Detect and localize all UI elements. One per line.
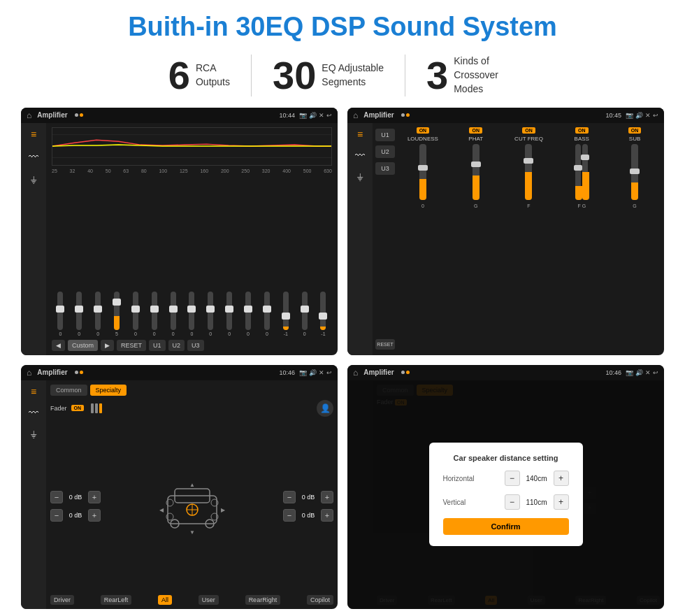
eq-next-btn[interactable]: ▶: [101, 340, 114, 351]
horizontal-plus-btn[interactable]: +: [554, 471, 569, 486]
vertical-plus-btn[interactable]: +: [554, 494, 569, 510]
page-title: Buith-in 30EQ DSP Sound System: [128, 13, 557, 42]
db-plus-rl[interactable]: +: [88, 509, 101, 522]
co-channel-sub: ON SUB G: [610, 127, 660, 351]
co-channel-cutfreq: ON CUT FREQ F: [504, 127, 554, 351]
svg-text:◀: ◀: [159, 507, 164, 513]
vertical-control: − 110cm +: [505, 494, 569, 510]
svg-text:▶: ▶: [221, 507, 226, 513]
co-u1-btn[interactable]: U1: [375, 129, 395, 141]
time-4: 10:46: [605, 369, 621, 376]
svg-text:▼: ▼: [189, 529, 195, 534]
co-bass-slider-f[interactable]: [575, 144, 581, 200]
eq-slider-1: 0: [71, 292, 88, 336]
co-sub-slider[interactable]: [631, 144, 638, 200]
x-icon-4: ✕: [645, 369, 651, 376]
co-cutfreq-slider[interactable]: [525, 144, 532, 200]
camera-icon-4: 📷: [626, 369, 633, 376]
db-plus-fl[interactable]: +: [88, 491, 101, 503]
eq-slider-6: 0: [164, 292, 182, 336]
back-icon-1: ↩: [326, 112, 332, 119]
fader-left-controls: − 0 dB + − 0 dB +: [50, 421, 101, 592]
horizontal-value: 140cm: [523, 475, 551, 482]
fader-tab-common[interactable]: Common: [50, 385, 87, 396]
horizontal-minus-btn[interactable]: −: [505, 471, 520, 486]
eq-sliders: 0 0 0 5 0 0 0 0 0 0 0 0 -1 0 -1: [52, 176, 332, 336]
vertical-row: Vertical − 110cm +: [443, 494, 569, 510]
home-icon-4: ⌂: [353, 368, 358, 378]
co-sidebar-icon-3: ⏚: [357, 171, 363, 182]
fader-right-controls: − 0 dB + − 0 dB +: [283, 421, 333, 592]
co-bass-on: ON: [575, 127, 589, 134]
co-channels: ON LOUDNESS 0 ON PHAT G: [398, 123, 664, 355]
db-control-fl: − 0 dB +: [50, 491, 101, 503]
car-diagram: ▲ ▼ ◀ ▶: [105, 421, 279, 592]
time-1: 10:44: [279, 112, 295, 119]
co-phat-on: ON: [469, 127, 482, 134]
camera-icon-3: 📷: [299, 369, 307, 376]
co-sidebar: ≡ 〰 ⏚: [347, 123, 373, 355]
x-icon-2: ✕: [645, 112, 651, 119]
vertical-minus-btn[interactable]: −: [505, 494, 520, 510]
db-minus-rr[interactable]: −: [283, 509, 296, 522]
eq-slider-7: 0: [183, 292, 201, 336]
eq-freq-labels: 25 32 40 50 63 80 100 125 160 200 250 32…: [52, 169, 332, 173]
stat-eq: 30 EQ Adjustable Segments: [252, 56, 405, 95]
fader-tab-specialty[interactable]: Specialty: [90, 385, 127, 396]
eq-u3-btn[interactable]: U3: [187, 340, 204, 351]
db-minus-fr[interactable]: −: [283, 491, 296, 503]
eq-slider-11: 0: [258, 292, 275, 336]
co-channel-loudness: ON LOUDNESS 0: [398, 127, 448, 351]
co-u2-btn[interactable]: U2: [375, 145, 395, 158]
dialog-title: Car speaker distance setting: [443, 454, 569, 462]
confirm-button[interactable]: Confirm: [443, 518, 569, 535]
vol-icon-1: 🔊: [309, 112, 317, 119]
screen-crossover: ⌂ Amplifier 10:45 📷 🔊 ✕ ↩ ≡ 〰 ⏚: [347, 108, 664, 355]
eq-u2-btn[interactable]: U2: [168, 340, 185, 351]
status-bar-3: ⌂ Amplifier 10:46 📷 🔊 ✕ ↩: [21, 365, 338, 380]
db-minus-fl[interactable]: −: [50, 491, 63, 503]
eq-prev-btn[interactable]: ◀: [52, 340, 65, 351]
fader-bottom: Driver RearLeft All User RearRight Copil…: [50, 595, 333, 605]
screen-distance: ⌂ Amplifier 10:46 📷 🔊 ✕ ↩: [347, 365, 664, 609]
fader-content: ≡ 〰 ⏚ Common Specialty Fader ON: [21, 380, 338, 609]
eq-sidebar-icon-2: 〰: [29, 151, 38, 162]
fader-label: Fader: [50, 405, 67, 412]
co-sidebar-icon-2: 〰: [355, 150, 365, 161]
fader-main: Common Specialty Fader ON 👤: [46, 380, 338, 609]
app-name-4: Amplifier: [363, 368, 394, 376]
eq-sidebar: ≡ 〰 ⏚: [21, 123, 46, 355]
fader-all-label[interactable]: All: [158, 595, 172, 605]
fader-sidebar: ≡ 〰 ⏚: [21, 380, 46, 609]
co-loudness-slider[interactable]: [419, 144, 426, 200]
svg-text:▲: ▲: [189, 482, 195, 488]
eq-slider-8: 0: [202, 292, 219, 336]
co-sub-on: ON: [628, 127, 642, 134]
db-control-fr: − 0 dB +: [283, 491, 333, 503]
fader-driver-label: Driver: [50, 595, 74, 605]
eq-u1-btn[interactable]: U1: [149, 340, 166, 351]
co-loudness-on: ON: [417, 127, 430, 134]
stat-crossover-desc: Kinds of Crossover Modes: [454, 55, 517, 96]
co-reset-btn[interactable]: RESET: [375, 339, 395, 350]
eq-custom-btn[interactable]: Custom: [68, 340, 98, 351]
screenshots-grid: ⌂ Amplifier 10:44 📷 🔊 ✕ ↩ ≡ 〰 ⏚: [21, 108, 664, 609]
co-bass-slider-g[interactable]: [582, 144, 588, 200]
fader-sidebar-icon-2: 〰: [29, 407, 38, 418]
eq-main: 25 32 40 50 63 80 100 125 160 200 250 32…: [46, 123, 338, 355]
db-minus-rl[interactable]: −: [50, 509, 63, 522]
eq-slider-9: 0: [221, 292, 238, 336]
home-icon-2: ⌂: [353, 110, 358, 120]
db-plus-fr[interactable]: +: [321, 491, 333, 503]
co-u3-btn[interactable]: U3: [375, 162, 395, 175]
db-val-fl: 0 dB: [65, 494, 86, 501]
stat-crossover: 3 Kinds of Crossover Modes: [405, 55, 538, 96]
db-plus-rr[interactable]: +: [321, 509, 333, 522]
co-phat-slider[interactable]: [473, 144, 480, 200]
co-channel-bass: ON BASS F G: [556, 127, 607, 351]
status-bar-1: ⌂ Amplifier 10:44 📷 🔊 ✕ ↩: [21, 108, 338, 123]
fader-copilot-label: Copilot: [307, 595, 333, 605]
distance-content: Common Specialty Fader ON −0 dB+ −0 dB+: [347, 380, 664, 609]
co-channel-phat: ON PHAT G: [451, 127, 501, 351]
eq-reset-btn[interactable]: RESET: [117, 340, 146, 351]
